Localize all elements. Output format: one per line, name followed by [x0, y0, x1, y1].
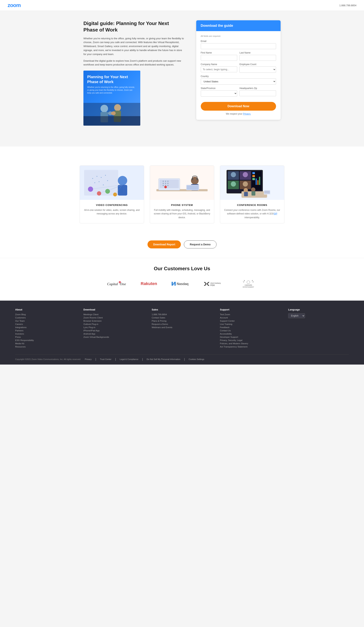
conf-rooms-illustration: 128 834 556	[220, 166, 284, 200]
company-row: Company Name Employee Count 1-10 11-50 5…	[201, 63, 276, 73]
footer-link-webinars[interactable]: Webinars and Events	[152, 326, 212, 328]
customers-section: Our Customers Love Us Capital One Rakute…	[0, 258, 364, 301]
footer-link-contact-us[interactable]: Contact Us	[220, 329, 280, 332]
footer-link-account[interactable]: Account	[220, 316, 280, 319]
footer-link-request-demo[interactable]: Request a Demo	[152, 323, 212, 325]
svg-text:FOX: FOX	[210, 284, 215, 286]
footer-sales-title: Sales	[152, 308, 212, 311]
footer-link-partners[interactable]: Partners	[15, 329, 76, 332]
svg-text:ENTERTAINMENT: ENTERTAINMENT	[243, 286, 254, 288]
footer-do-not-sell-link[interactable]: Do Not Sell My Personal Information	[146, 358, 180, 360]
footer-link-integrations[interactable]: Integrations	[15, 326, 76, 328]
footer-link-developer-support[interactable]: Developer Support	[220, 336, 280, 338]
footer-legal-link[interactable]: Legal & Compliance	[120, 358, 138, 360]
footer-link-meetings-client[interactable]: Meetings Client	[84, 313, 144, 315]
footer-link-plans-pricing[interactable]: Plans & Pricing	[152, 320, 212, 322]
country-label: Country	[201, 75, 276, 78]
request-demo-button[interactable]: Request a Demo	[184, 240, 217, 248]
zip-field[interactable]	[239, 90, 276, 96]
svg-point-17	[107, 180, 108, 181]
svg-text:Nasdaq: Nasdaq	[177, 282, 188, 286]
footer-link-our-team[interactable]: Our Team	[15, 320, 76, 322]
footer-link-careers[interactable]: Careers	[15, 323, 76, 325]
footer-link-feedback[interactable]: Feedback	[220, 326, 280, 328]
form-body: All fields are required. Email First Nam…	[196, 31, 280, 120]
form-header-title: Download the guide	[201, 24, 276, 28]
footer-link-lync-plugin[interactable]: Lync Plug-in	[84, 326, 144, 328]
footer-link-virtual-backgrounds[interactable]: Zoom Virtual Backgrounds	[84, 336, 144, 338]
svg-point-3	[114, 104, 121, 111]
form-required-note: All fields are required.	[201, 35, 276, 37]
footer-link-contact-sales[interactable]: Contact Sales	[152, 316, 212, 319]
last-name-field[interactable]	[239, 55, 276, 61]
footer-link-esg[interactable]: ESG Responsibility	[15, 339, 76, 341]
employee-count-label: Employee Count	[239, 63, 276, 66]
svg-text:CAESARS: CAESARS	[245, 284, 252, 286]
footer-trust-center-link[interactable]: Trust Center	[100, 358, 111, 360]
footer-link-live-training[interactable]: Live Training	[220, 323, 280, 325]
download-report-button[interactable]: Download Report	[147, 240, 181, 248]
footer-link-zoom-blog[interactable]: Zoom Blog	[15, 313, 76, 315]
footer-link-media-kit[interactable]: Media Kit	[15, 342, 76, 345]
svg-point-16	[103, 184, 104, 185]
book-cover-title: Planning for Your Next Phase of Work	[87, 74, 136, 84]
footer-link-policies[interactable]: Policies, and Modern Slavery	[220, 342, 280, 345]
footer-link-press[interactable]: Press	[15, 336, 76, 338]
language-select[interactable]: English Español Deutsch Français 日本語	[288, 313, 305, 318]
privacy-note: We respect your Privacy.	[201, 112, 276, 115]
svg-point-13	[105, 175, 106, 176]
footer-columns: About Zoom Blog Customers Our Team Caree…	[15, 308, 349, 349]
svg-point-1	[100, 105, 108, 112]
customers-logos: Capital One Rakuten Nasdaq	[15, 279, 349, 289]
footer-link-test-zoom[interactable]: Test Zoom	[220, 313, 280, 315]
footer-about-title: About	[15, 308, 76, 311]
svg-point-41	[164, 186, 167, 188]
svg-point-6	[111, 111, 116, 115]
company-label: Company Name	[201, 63, 237, 66]
state-group: State/Province Alabama Alaska Arizona Ca…	[201, 87, 237, 97]
email-field[interactable]	[201, 43, 276, 49]
footer-link-resources[interactable]: Resources	[15, 346, 76, 348]
sip-link[interactable]: SIP	[274, 212, 277, 215]
svg-point-42	[191, 177, 199, 185]
download-now-button[interactable]: Download Now	[201, 102, 276, 111]
footer-link-accessibility[interactable]: Accessibility	[220, 333, 280, 335]
footer-link-act-transparency[interactable]: Act Transparency Statement	[220, 346, 280, 348]
page-title: Digital guide: Planning for Your Next Ph…	[84, 20, 185, 33]
zip-label: Headquarters Zip	[239, 87, 276, 90]
svg-point-35	[163, 183, 164, 184]
company-group: Company Name	[201, 63, 237, 73]
footer-link-outlook-plugin[interactable]: Outlook Plug-in	[84, 323, 144, 325]
footer-cookies-link[interactable]: Cookies Settings	[189, 358, 204, 360]
footer-link-customers[interactable]: Customers	[15, 316, 76, 319]
footer-link-investors[interactable]: Investors	[15, 333, 76, 335]
zip-group: Headquarters Zip	[239, 87, 276, 97]
form-header: Download the guide	[196, 20, 280, 31]
svg-text:Rakuten: Rakuten	[141, 281, 157, 286]
svg-point-72	[251, 188, 255, 192]
company-field[interactable]	[201, 66, 237, 72]
svg-rect-68	[259, 177, 260, 185]
last-name-label: Last Name	[239, 52, 276, 54]
footer-language-col: Language English Español Deutsch Françai…	[288, 308, 349, 349]
footer-link-zoom-rooms-client[interactable]: Zoom Rooms Client	[84, 316, 144, 319]
footer-link-browser-ext[interactable]: Browser Extension	[84, 320, 144, 322]
state-select[interactable]: Alabama Alaska Arizona California Colora…	[201, 90, 237, 97]
footer-link-android-app[interactable]: Android App	[84, 333, 144, 335]
svg-point-33	[165, 181, 166, 182]
zoom-logo[interactable]: zoom	[7, 2, 21, 8]
employee-count-select[interactable]: 1-10 11-50 51-200 201-500 501-1000 1000+	[239, 66, 276, 73]
hero-section: Digital guide: Planning for Your Next Ph…	[68, 11, 296, 137]
caesars-entertainment-logo: CAESARS ENTERTAINMENT	[239, 279, 258, 289]
footer-privacy-link[interactable]: Privacy	[85, 358, 91, 360]
footer-link-iphone-app[interactable]: iPhone/iPad App	[84, 329, 144, 332]
footer-link-privacy-security[interactable]: Privacy, Security, Legal	[220, 339, 280, 341]
first-name-field[interactable]	[201, 55, 237, 61]
card-conf-image: 128 834 556	[220, 166, 284, 200]
country-select[interactable]: United States Canada United Kingdom Germ…	[201, 78, 276, 85]
svg-text:556: 556	[252, 179, 255, 181]
footer-link-support-center[interactable]: Support Center	[220, 320, 280, 322]
privacy-link[interactable]: Privacy.	[243, 112, 251, 115]
svg-text:Capital: Capital	[107, 282, 118, 286]
svg-point-56	[243, 172, 248, 177]
